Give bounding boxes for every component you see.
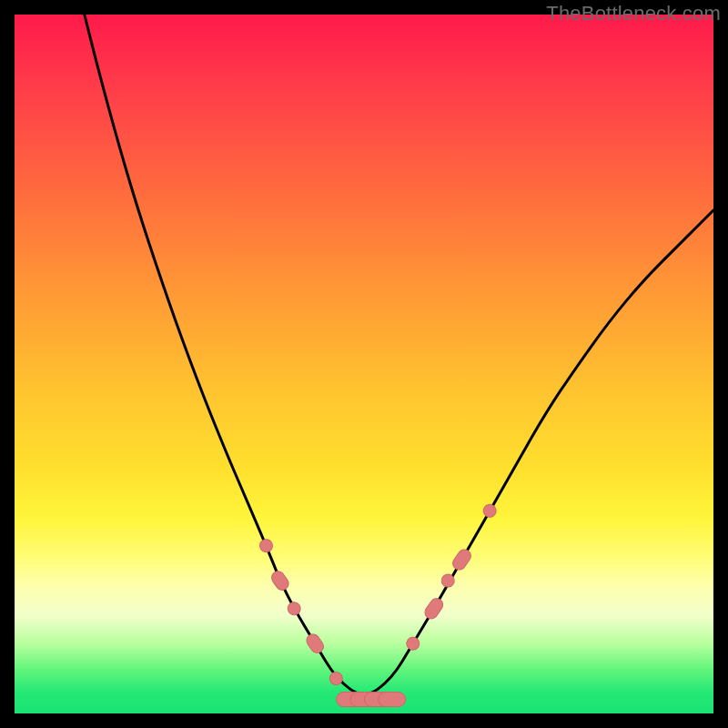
curve-marker <box>404 634 421 652</box>
watermark-text: TheBottleneck.com <box>546 2 721 25</box>
curve-marker <box>328 670 345 687</box>
curve-marker <box>269 569 291 592</box>
curve-marker <box>379 693 406 707</box>
bottleneck-curve <box>85 15 713 694</box>
curve-marker <box>304 632 326 655</box>
chart-overlay <box>15 15 713 713</box>
curve-markers <box>258 502 499 707</box>
curve-marker <box>480 502 498 520</box>
chart-frame: TheBottleneck.com <box>0 0 728 728</box>
curve-marker <box>285 600 302 617</box>
curve-marker <box>450 547 473 572</box>
plot-area <box>15 15 713 713</box>
curve-marker <box>258 537 275 554</box>
curve-marker <box>422 596 445 622</box>
